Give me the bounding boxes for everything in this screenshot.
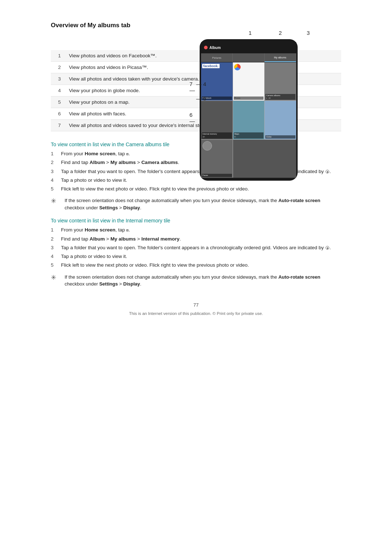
callout-1: 1 [249,30,252,36]
faces-label: Faces [202,174,232,177]
phone-mockup: Album Pictures My albums facebook. Faceb… [200,39,298,181]
row-num: 3 [51,73,65,85]
step-num: 1 [51,150,61,157]
list-item: 2 Find and tap Album > My albums > Inter… [51,235,341,243]
phone-grid: facebook. Facebook Picasa Camera albumss… [201,62,296,178]
internal-label: Internal memory14 · [202,132,232,138]
picasa-label: Picasa [234,97,264,100]
phone-tab-bar: Pictures My albums [201,53,296,62]
step-text: From your Home screen, tap ⊞. [61,226,341,234]
footer-copyright: This is an Internet version of this publ… [51,311,341,316]
camera-section: To view content in list view in the Came… [51,141,341,211]
step-text: Find and tap Album > My albums > Interna… [61,235,341,243]
table-row: 2 View photos and videos in Picasa™. [51,62,341,73]
page: Overview of My albums tab 1 2 3 Album Pi… [0,0,392,554]
internal-tip: ✳ If the screen orientation does not cha… [51,274,341,288]
list-item: 1 From your Home screen, tap ⊞. [51,226,341,234]
step-num: 5 [51,185,61,193]
callout-4: — 4 [196,81,206,87]
list-item: 4 Tap a photo or video to view it. [51,177,341,184]
list-item: 1 From your Home screen, tap ⊞. [51,150,341,157]
internal-section-title: To view content in list view in the Inte… [51,218,341,223]
list-item: 5 Flick left to view the next photo or v… [51,185,341,193]
step-num: 1 [51,226,61,234]
step-text: Flick left to view the next photo or vid… [61,262,341,269]
cell-empty [233,140,296,178]
app-title: Album [209,46,221,50]
tip-icon: ✳ [51,273,61,283]
facebook-logo: facebook. [202,64,220,68]
list-item: 4 Tap a photo or video to view it. [51,253,341,260]
step-num: 2 [51,159,61,166]
tip-text: If the screen orientation does not chang… [65,197,341,211]
step-num: 2 [51,235,61,243]
picasa-logo [234,64,241,70]
callout-2: 2 [279,30,282,36]
callout-7: 7 — [189,81,196,93]
callout-5: — 5 [196,95,206,102]
row-num: 2 [51,62,65,73]
facebook-label: Facebook [202,97,232,100]
maps-label: Maps9 · [234,132,264,138]
callout-3: 3 [307,30,310,36]
row-num: 4 [51,85,65,97]
camera-label: Camera albumss · cit [265,94,295,100]
step-num: 3 [51,244,61,251]
tab-myalbums[interactable]: My albums [265,53,296,62]
step-text: Tap a photo or video to view it. [61,253,341,260]
step-num: 4 [51,177,61,184]
cell-maps: Maps9 · [233,101,265,139]
table-row: 6 View all photos with faces. [51,108,341,120]
step-text: Tap a folder that you want to open. The … [61,244,341,251]
list-item: 5 Flick left to view the next photo or v… [51,262,341,269]
table-row: 7 View all photos and videos saved to yo… [51,120,341,131]
step-num: 3 [51,168,61,175]
cell-picasa: Picasa [233,62,265,100]
step-num: 4 [51,253,61,260]
camera-section-title: To view content in list view in the Came… [51,141,341,147]
tab-middle[interactable] [233,53,264,62]
camera-steps-list: 1 From your Home screen, tap ⊞. 2 Find a… [51,150,341,193]
row-num: 7 [51,120,65,131]
numbered-table: 1 View photos and videos on Facebook™. 2… [51,50,341,131]
callout-6: 6 — [189,112,196,124]
row-num: 6 [51,108,65,120]
internal-section: To view content in list view in the Inte… [51,218,341,287]
cell-globe: Globe [265,101,296,139]
globe-label: Globe [265,135,295,139]
list-item: 3 Tap a folder that you want to open. Th… [51,168,341,175]
tip-text: If the screen orientation does not chang… [65,274,341,288]
tip-icon: ✳ [51,196,61,206]
cell-camera: Camera albumss · cit [265,62,296,100]
page-number: 77 [51,302,341,308]
step-text: Flick left to view the next photo or vid… [61,185,341,193]
page-title: Overview of My albums tab [51,22,341,29]
cell-internal: Internal memory14 · [201,101,233,139]
cell-faces: Faces [201,140,233,178]
step-num: 5 [51,262,61,269]
row-num: 1 [51,50,65,62]
phone-top-bar: Album [201,42,296,53]
row-num: 5 [51,97,65,108]
list-item: 3 Tap a folder that you want to open. Th… [51,244,341,251]
list-item: 2 Find and tap Album > My albums > Camer… [51,159,341,166]
tab-pictures[interactable]: Pictures [201,53,233,62]
table-row: 1 View photos and videos on Facebook™. [51,50,341,62]
camera-tip: ✳ If the screen orientation does not cha… [51,197,341,211]
internal-steps-list: 1 From your Home screen, tap ⊞. 2 Find a… [51,226,341,269]
